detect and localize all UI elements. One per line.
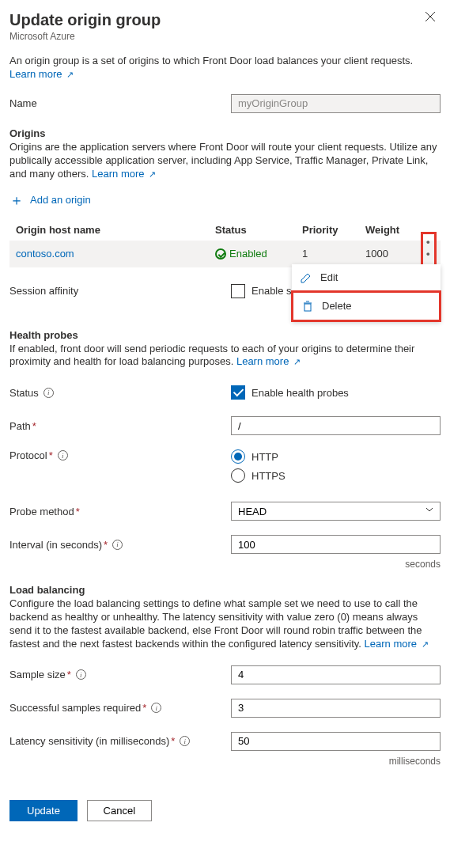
menu-item-delete[interactable]: Delete [293, 293, 439, 320]
latency-unit: milliseconds [9, 756, 441, 767]
close-button[interactable] [420, 8, 441, 28]
col-header-priority: Priority [302, 224, 365, 236]
protocol-http-radio[interactable]: HTTP [231, 449, 441, 464]
successful-samples-label: Successful samples required [9, 702, 141, 714]
protocol-label: Protocol [9, 449, 47, 461]
successful-samples-input[interactable] [231, 699, 441, 718]
info-icon[interactable]: i [180, 736, 190, 746]
menu-delete-label: Delete [322, 300, 352, 312]
lb-learn-more-link[interactable]: Learn more ↗ [365, 638, 429, 650]
health-desc: If enabled, front door will send periodi… [9, 343, 441, 370]
probe-method-select[interactable] [231, 502, 441, 521]
panel-title: Update origin group [9, 11, 161, 29]
sample-size-label: Sample size [9, 669, 66, 680]
info-icon[interactable]: i [76, 669, 86, 680]
add-origin-label: Add an origin [30, 194, 91, 206]
session-affinity-checkbox[interactable] [231, 284, 245, 298]
info-icon[interactable]: i [58, 450, 68, 461]
pencil-icon [300, 271, 312, 284]
info-icon[interactable]: i [151, 703, 161, 713]
interval-label: Interval (in seconds) [9, 539, 102, 551]
close-icon [425, 11, 436, 22]
origin-host-link[interactable]: contoso.com [16, 248, 74, 260]
cancel-button[interactable]: Cancel [87, 800, 152, 821]
lb-heading: Load balancing [9, 584, 441, 596]
session-affinity-label: Session affinity [9, 285, 231, 297]
trash-icon [301, 300, 314, 313]
col-header-weight: Weight [365, 224, 421, 236]
origin-priority: 1 [302, 248, 365, 260]
info-icon[interactable]: i [43, 388, 54, 398]
external-link-icon: ↗ [149, 169, 156, 179]
health-status-label: Status [9, 387, 39, 399]
update-button[interactable]: Update [9, 800, 78, 821]
origin-row[interactable]: contoso.com Enabled 1 1000 • • • Edit De… [9, 241, 441, 267]
menu-edit-label: Edit [320, 271, 338, 283]
origins-learn-more-link[interactable]: Learn more ↗ [92, 168, 156, 180]
svg-rect-2 [304, 304, 311, 311]
external-link-icon: ↗ [66, 70, 74, 79]
health-learn-more-link[interactable]: Learn more ↗ [236, 355, 301, 367]
origins-desc: Origins are the application servers wher… [9, 141, 441, 181]
probe-method-label: Probe method [9, 506, 74, 517]
lb-desc: Configure the load balancing settings to… [9, 597, 441, 651]
origins-heading: Origins [9, 127, 441, 139]
add-origin-button[interactable]: ＋ Add an origin [9, 191, 441, 210]
sample-size-input[interactable] [231, 665, 441, 684]
col-header-host: Origin host name [9, 224, 215, 236]
path-label: Path [9, 420, 31, 432]
enable-health-probes-checkbox[interactable] [231, 385, 245, 400]
name-input [231, 94, 441, 113]
latency-input[interactable] [231, 732, 441, 751]
menu-item-edit[interactable]: Edit [292, 264, 441, 291]
check-circle-icon [215, 248, 226, 260]
col-header-status: Status [215, 224, 302, 236]
enable-health-probes-label: Enable health probes [251, 387, 349, 399]
intro-learn-more-link[interactable]: Learn more ↗ [9, 68, 74, 80]
plus-icon: ＋ [9, 191, 24, 210]
panel-subtitle: Microsoft Azure [9, 31, 161, 42]
name-label: Name [9, 97, 231, 109]
health-heading: Health probes [9, 329, 441, 341]
external-link-icon: ↗ [293, 357, 301, 366]
interval-unit: seconds [9, 559, 441, 570]
row-context-menu: Edit Delete [292, 264, 441, 321]
latency-label: Latency sensitivity (in milliseconds) [9, 735, 169, 747]
path-input[interactable] [231, 416, 441, 435]
origin-status: Enabled [215, 248, 302, 260]
interval-input[interactable] [231, 535, 441, 554]
protocol-https-radio[interactable]: HTTPS [231, 468, 441, 483]
intro-text: An origin group is a set of origins to w… [9, 55, 441, 68]
info-icon[interactable]: i [112, 540, 123, 550]
origin-weight: 1000 [365, 248, 421, 260]
external-link-icon: ↗ [422, 639, 429, 649]
